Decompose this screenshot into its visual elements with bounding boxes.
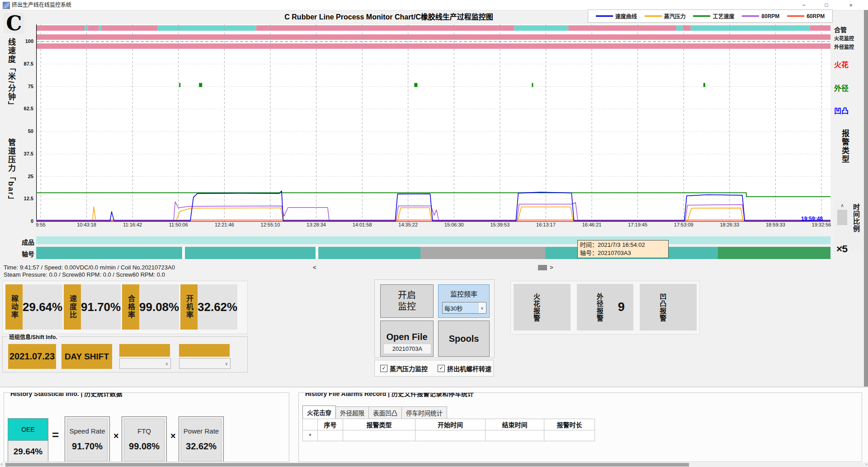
kpi-value: 99.08% (139, 284, 179, 330)
scroll-right-icon[interactable]: › (866, 462, 867, 467)
legend-item: 速度曲线 (596, 12, 637, 20)
checkbox-checked-icon[interactable]: ✓ (380, 365, 387, 372)
y-axis-tick-label: 87.5 (24, 61, 33, 66)
table-cell (343, 430, 415, 441)
legend-label: 速度曲线 (615, 12, 637, 20)
screw-speed-checkbox-label: 挤出机螺杆转速 (447, 364, 491, 373)
chart-scrollbar-thumb[interactable] (538, 265, 547, 270)
scroll-left-icon[interactable]: ‹ (1, 462, 2, 467)
alarm-counter-label: 凹凸报警 (658, 293, 667, 322)
open-file-button[interactable]: Open File 20210703A (380, 321, 434, 357)
equals-sign: = (52, 428, 59, 442)
start-monitor-label-2: 监控 (398, 301, 416, 312)
close-button[interactable]: × (841, 0, 861, 10)
tab-1[interactable]: 火花击穿 (302, 406, 336, 419)
legend-item: 蒸汽压力 (645, 12, 686, 20)
factor-inner: Speed Rate91.70% (67, 419, 108, 461)
table-row: * (302, 430, 595, 441)
kpi-box: 速度比91.70% (64, 284, 116, 330)
band-segment (420, 247, 545, 259)
shift-combo-1[interactable]: ∨ (119, 358, 171, 369)
tab-3[interactable]: 表面凹凸 (369, 406, 402, 419)
alarm-counter-box: 凹凸报警 (640, 284, 697, 330)
shift-name-box: DAY SHIFT (61, 344, 112, 369)
monitor-frequency-select[interactable]: 每30秒 ∨ (442, 302, 486, 314)
checkbox-checked-icon[interactable]: ✓ (438, 365, 445, 372)
screw-speed-checkbox-item[interactable]: ✓ 挤出机螺杆转速 (438, 364, 491, 373)
kpi-label: 稼动率 (5, 284, 23, 330)
y-axis-ticks: 10087.57562.55037.52512.50 (18, 24, 34, 223)
factor-value: 99.08% (129, 441, 160, 452)
alarm-counters-panel: 火花报警外径报警9凹凸报警 (510, 281, 700, 335)
y-axis-tick-label: 25 (28, 174, 33, 179)
legend-label: 80RPM (761, 13, 779, 19)
chart-legend: 速度曲线蒸汽压力工艺速度80RPM60RPM (588, 9, 833, 23)
legend-line-swatch (787, 15, 804, 17)
oee-box: OEE 29.64% (8, 418, 48, 462)
label-alarm-type: 报警类型 (839, 129, 850, 164)
factor-box: Power Rate32.62% (179, 416, 224, 462)
chart-scroll-right-icon[interactable]: > (550, 264, 553, 271)
legend-item: 60RPM (787, 13, 825, 19)
od-alarm-mark (532, 83, 533, 87)
spools-label: Spools (449, 334, 479, 344)
legend-line-swatch (742, 15, 759, 17)
chart-current-time: 19:59:48 (801, 216, 823, 222)
minimize-button[interactable]: – (794, 0, 814, 10)
status-line1: Time: 9:41:57 / Speed: 0.00VDC/0.0 m/min… (4, 264, 175, 271)
tooltip-spool: 轴号：20210703A3 (580, 249, 666, 257)
legend-label: 工艺速度 (712, 12, 734, 20)
start-monitor-label-1: 开启 (398, 290, 416, 301)
page-scrollbar-thumb[interactable] (5, 463, 689, 467)
monitor-options-panel: ✓ 蒸汽压力监控 ✓ 挤出机螺杆转速 (374, 360, 494, 377)
row-selector[interactable]: * (302, 430, 318, 441)
y-axis-tick-label: 12.5 (24, 196, 33, 201)
factor-box: Speed Rate91.70% (65, 416, 110, 462)
label-time-scale: 时间比例 (851, 203, 861, 232)
tooltip-time: 时间：2021/7/3 16:54:02 (580, 241, 666, 249)
chart-plot-area[interactable] (36, 24, 830, 223)
chevron-down-icon: ∨ (223, 361, 230, 366)
band-segment (36, 247, 182, 259)
time-scale-scrollbar-thumb[interactable] (837, 210, 847, 225)
od-alarm-mark (179, 83, 180, 87)
alarm-counter-box: 外径报警9 (577, 284, 634, 330)
spool-number-band[interactable] (36, 247, 830, 259)
label-spark-alarm: 火花 (834, 59, 849, 70)
alarm-counter-box: 火花报警 (514, 284, 571, 330)
start-monitor-button[interactable]: 开启 监控 (380, 284, 434, 318)
table-cell (544, 430, 595, 441)
column-header: 报警类型 (343, 419, 415, 430)
chevron-down-icon: ∨ (478, 302, 486, 313)
maximize-button[interactable]: □ (816, 0, 836, 10)
factor-value: 91.70% (72, 441, 103, 452)
kpi-label: 速度比 (64, 284, 81, 330)
column-header: 报警时长 (544, 419, 595, 430)
finished-product-band[interactable] (36, 236, 830, 244)
page-horizontal-scrollbar[interactable]: ‹ › (0, 462, 868, 467)
table-cell (486, 430, 544, 441)
kpi-value: 32.62% (198, 284, 237, 330)
od-alarm-mark (199, 83, 202, 87)
history-statistics-title: History Statistical Info. | 历史统计数据 (9, 392, 124, 398)
scroll-up-icon[interactable]: ∧ (840, 202, 844, 209)
band-segment (185, 247, 316, 259)
kpi-value: 91.70% (81, 284, 121, 330)
chart-scroll-left-icon[interactable]: < (313, 264, 316, 271)
factor-value: 32.62% (186, 441, 217, 452)
tab-2[interactable]: 外径超限 (336, 406, 369, 419)
process-monitor-chart[interactable] (36, 24, 830, 223)
shift-combo-2[interactable]: ∨ (179, 358, 231, 369)
chevron-down-icon: ∨ (163, 361, 170, 366)
chart-title: C Rubber Line Process Monitor Chart/C橡胶线… (208, 11, 570, 22)
shift-info-group: 班组信息/Shift Info. 2021.07.23 DAY SHIFT ∨ … (2, 336, 248, 373)
label-spark-monitor: 火花监控 (834, 34, 854, 42)
spools-button[interactable]: Spools (438, 321, 490, 357)
alarms-tab-strip: 火花击穿外径超限表面凹凸停车时间统计 (302, 406, 447, 419)
kpi-label: 合格率 (122, 284, 139, 330)
history-statistics-group: History Statistical Info. | 历史统计数据 OEE 2… (4, 392, 289, 462)
steam-pressure-checkbox-item[interactable]: ✓ 蒸汽压力监控 (380, 364, 428, 373)
kpi-value: 29.64% (23, 284, 62, 330)
monitor-frequency-value: 每30秒 (443, 304, 478, 312)
tab-4[interactable]: 停车时间统计 (402, 406, 447, 419)
